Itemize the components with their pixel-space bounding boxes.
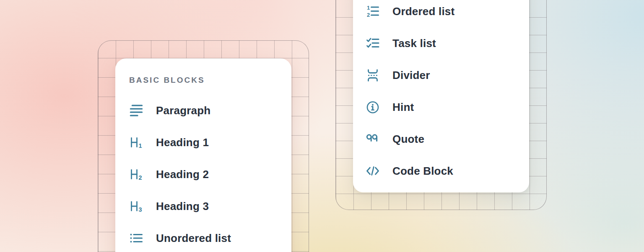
- divider-icon: [366, 68, 380, 82]
- ordered-list-icon: 1 2: [366, 4, 380, 18]
- quote-icon: [366, 132, 380, 146]
- hint-icon: [366, 100, 380, 114]
- menu-item-label: Heading 3: [156, 200, 209, 213]
- svg-text:2: 2: [367, 12, 370, 18]
- menu-item-label: Heading 2: [156, 168, 209, 181]
- menu-item-hint[interactable]: Hint: [366, 100, 517, 114]
- menu-item-divider[interactable]: Divider: [366, 68, 517, 82]
- heading-2-icon: 2: [129, 167, 143, 181]
- menu-item-quote[interactable]: Quote: [366, 132, 517, 146]
- menu-item-code-block[interactable]: Code Block: [366, 164, 517, 178]
- unordered-list-icon: [129, 231, 143, 245]
- menu-item-heading-2[interactable]: 2 Heading 2: [129, 167, 278, 181]
- blocks-menu-continued: 1 2 Ordered list: [353, 0, 529, 192]
- menu-item-label: Ordered list: [392, 5, 454, 18]
- task-list-icon: [366, 36, 380, 50]
- menu-item-ordered-list[interactable]: 1 2 Ordered list: [366, 4, 517, 18]
- menu-item-label: Heading 1: [156, 136, 209, 149]
- menu-item-label: Unordered list: [156, 232, 231, 245]
- svg-text:2: 2: [138, 174, 142, 181]
- section-label: BASIC BLOCKS: [129, 76, 278, 84]
- menu-item-heading-3[interactable]: 3 Heading 3: [129, 199, 278, 213]
- code-block-icon: [366, 164, 380, 178]
- menu-item-label: Task list: [392, 37, 436, 50]
- menu-item-unordered-list[interactable]: Unordered list: [129, 231, 278, 245]
- svg-text:1: 1: [367, 5, 370, 11]
- menu-item-label: Quote: [392, 133, 424, 146]
- menu-item-label: Code Block: [392, 165, 453, 178]
- menu-item-paragraph[interactable]: Paragraph: [129, 103, 278, 118]
- basic-blocks-menu: BASIC BLOCKS Paragraph 1 Heading 1: [115, 58, 291, 252]
- paragraph-icon: [129, 103, 143, 118]
- heading-1-icon: 1: [129, 135, 143, 150]
- menu-item-label: Hint: [392, 101, 414, 114]
- menu-item-task-list[interactable]: Task list: [366, 36, 517, 50]
- heading-3-icon: 3: [129, 199, 143, 213]
- svg-text:3: 3: [138, 206, 142, 213]
- menu-item-heading-1[interactable]: 1 Heading 1: [129, 135, 278, 150]
- page-background: BASIC BLOCKS Paragraph 1 Heading 1: [0, 0, 644, 252]
- menu-item-label: Paragraph: [156, 104, 210, 117]
- menu-item-label: Divider: [392, 69, 430, 82]
- svg-text:1: 1: [138, 142, 142, 149]
